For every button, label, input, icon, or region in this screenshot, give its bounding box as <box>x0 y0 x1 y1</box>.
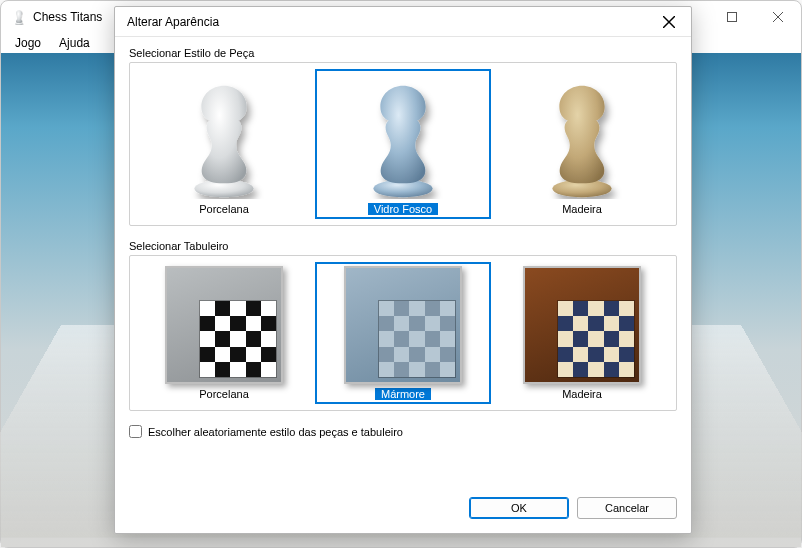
piece-thumb-vidro <box>317 73 489 199</box>
board-option-porcelana[interactable]: Porcelana <box>136 262 312 404</box>
board-thumb-porcelana <box>138 266 310 384</box>
random-checkbox-label[interactable]: Escolher aleatoriamente estilo das peças… <box>148 426 403 438</box>
dialog-titlebar[interactable]: Alterar Aparência <box>115 7 691 37</box>
close-button[interactable] <box>755 1 801 33</box>
piece-label: Vidro Fosco <box>368 203 439 215</box>
board-label: Porcelana <box>199 387 249 401</box>
board-style-group: Porcelana Mármore Madeira <box>129 255 677 411</box>
cancel-button[interactable]: Cancelar <box>577 497 677 519</box>
ok-button[interactable]: OK <box>469 497 569 519</box>
piece-section-label: Selecionar Estilo de Peça <box>129 47 677 59</box>
close-icon <box>663 16 675 28</box>
board-option-marmore[interactable]: Mármore <box>315 262 491 404</box>
board-option-madeira[interactable]: Madeira <box>494 262 670 404</box>
random-checkbox-row: Escolher aleatoriamente estilo das peças… <box>129 425 677 438</box>
app-window: Chess Titans Jogo Ajuda Alterar Aparênci… <box>0 0 802 548</box>
piece-thumb-porcelana <box>138 73 310 199</box>
window-title: Chess Titans <box>33 10 102 24</box>
board-thumb-madeira <box>496 266 668 384</box>
piece-option-porcelana[interactable]: Porcelana <box>136 69 312 219</box>
appearance-dialog: Alterar Aparência Selecionar Estilo de P… <box>114 6 692 534</box>
piece-style-group: Porcelana Vidro Fosco Madeira <box>129 62 677 226</box>
piece-option-madeira[interactable]: Madeira <box>494 69 670 219</box>
piece-thumb-madeira <box>496 73 668 199</box>
dialog-footer: OK Cancelar <box>469 497 677 519</box>
app-icon <box>11 9 27 25</box>
board-label: Mármore <box>375 388 431 400</box>
svg-rect-1 <box>728 13 737 22</box>
menu-ajuda[interactable]: Ajuda <box>51 34 98 52</box>
random-checkbox[interactable] <box>129 425 142 438</box>
dialog-close-button[interactable] <box>646 7 691 36</box>
board-thumb-marmore <box>317 266 489 384</box>
board-label: Madeira <box>562 387 602 401</box>
piece-label: Madeira <box>562 202 602 216</box>
board-section-label: Selecionar Tabuleiro <box>129 240 677 252</box>
dialog-title: Alterar Aparência <box>127 15 219 29</box>
menu-jogo[interactable]: Jogo <box>7 34 49 52</box>
piece-label: Porcelana <box>199 202 249 216</box>
dialog-body: Selecionar Estilo de Peça Porcelana Vidr… <box>115 37 691 438</box>
piece-option-vidro-fosco[interactable]: Vidro Fosco <box>315 69 491 219</box>
maximize-button[interactable] <box>709 1 755 33</box>
